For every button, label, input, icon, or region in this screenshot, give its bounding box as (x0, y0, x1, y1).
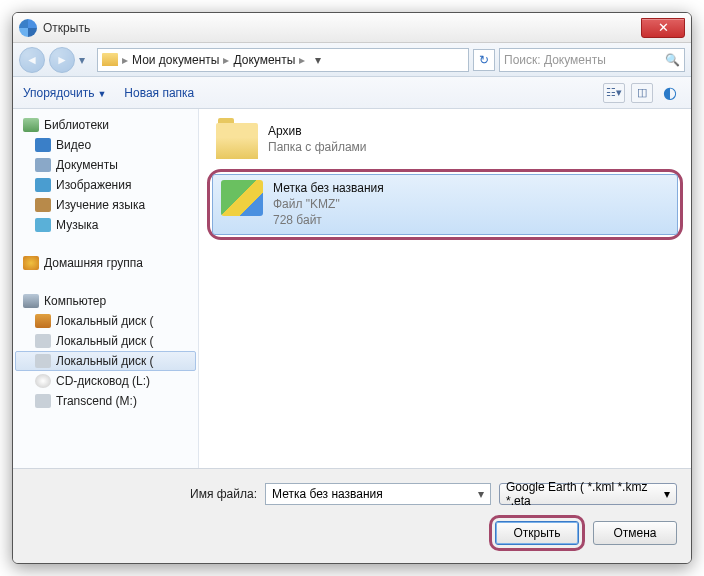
music-icon (35, 218, 51, 232)
folder-icon (35, 198, 51, 212)
open-button[interactable]: Открыть (495, 521, 579, 545)
view-mode-button[interactable]: ☷▾ (603, 83, 625, 103)
file-type: Файл "KMZ" (273, 196, 384, 212)
drive-icon (35, 334, 51, 348)
libraries-icon (23, 118, 39, 132)
nav-tree: Библиотеки Видео Документы Изображения И… (13, 109, 199, 468)
close-button[interactable]: ✕ (641, 18, 685, 38)
filter-label: Google Earth ( *.kml *.kmz *.eta (506, 480, 664, 508)
filename-value: Метка без названия (272, 487, 383, 501)
file-item-folder[interactable]: Архив Папка с файлами (207, 117, 683, 165)
chevron-right-icon: ▸ (299, 53, 305, 67)
chevron-down-icon[interactable]: ▾ (478, 487, 484, 501)
file-name: Архив (268, 123, 367, 139)
file-list: Архив Папка с файлами Метка без названия… (199, 109, 691, 468)
app-icon (19, 19, 37, 37)
refresh-button[interactable]: ↻ (473, 49, 495, 71)
filename-label: Имя файла: (27, 487, 257, 501)
tree-homegroup[interactable]: Домашняя группа (15, 253, 196, 273)
chevron-down-icon: ▾ (664, 487, 670, 501)
cancel-button[interactable]: Отмена (593, 521, 677, 545)
body-area: Библиотеки Видео Документы Изображения И… (13, 109, 691, 468)
bottom-pane: Имя файла: Метка без названия ▾ Google E… (13, 468, 691, 563)
images-icon (35, 178, 51, 192)
file-type-filter[interactable]: Google Earth ( *.kml *.kmz *.eta ▾ (499, 483, 677, 505)
drive-icon (35, 354, 51, 368)
computer-icon (23, 294, 39, 308)
new-folder-button[interactable]: Новая папка (124, 86, 194, 100)
tree-computer[interactable]: Компьютер (15, 291, 196, 311)
titlebar: Открыть ✕ (13, 13, 691, 43)
annotation-callout: Метка без названия Файл "KMZ" 728 байт (207, 169, 683, 240)
organize-button[interactable]: Упорядочить▼ (23, 86, 106, 100)
tree-study[interactable]: Изучение языка (15, 195, 196, 215)
tree-drive-c[interactable]: Локальный диск ( (15, 311, 196, 331)
tree-libraries[interactable]: Библиотеки (15, 115, 196, 135)
chevron-right-icon: ▸ (223, 53, 229, 67)
breadcrumb-level2[interactable]: Документы (233, 53, 295, 67)
toolbar: Упорядочить▼ Новая папка ☷▾ ◫ ◐ (13, 77, 691, 109)
address-dropdown[interactable]: ▾ (309, 53, 327, 67)
search-placeholder: Поиск: Документы (504, 53, 606, 67)
open-file-dialog: Открыть ✕ ◄ ► ▾ ▸ Мои документы ▸ Докуме… (12, 12, 692, 564)
search-input[interactable]: Поиск: Документы 🔍 (499, 48, 685, 72)
tree-drive-2[interactable]: Локальный диск ( (15, 351, 196, 371)
tree-music[interactable]: Музыка (15, 215, 196, 235)
folder-icon (216, 123, 258, 159)
file-item-kmz[interactable]: Метка без названия Файл "KMZ" 728 байт (212, 174, 678, 235)
nav-history-dropdown[interactable]: ▾ (79, 53, 93, 67)
file-type: Папка с файлами (268, 139, 367, 155)
file-size: 728 байт (273, 212, 384, 228)
window-title: Открыть (43, 21, 90, 35)
tree-transcend[interactable]: Transcend (M:) (15, 391, 196, 411)
homegroup-icon (23, 256, 39, 270)
chevron-right-icon: ▸ (122, 53, 128, 67)
tree-videos[interactable]: Видео (15, 135, 196, 155)
cd-icon (35, 374, 51, 388)
address-bar[interactable]: ▸ Мои документы ▸ Документы ▸ ▾ (97, 48, 469, 72)
tree-drive-1[interactable]: Локальный диск ( (15, 331, 196, 351)
kmz-file-icon (221, 180, 263, 216)
tree-images[interactable]: Изображения (15, 175, 196, 195)
file-name: Метка без названия (273, 180, 384, 196)
video-icon (35, 138, 51, 152)
search-icon: 🔍 (665, 53, 680, 67)
annotation-callout: Открыть (489, 515, 585, 551)
tree-cd-drive[interactable]: CD-дисковод (L:) (15, 371, 196, 391)
nav-bar: ◄ ► ▾ ▸ Мои документы ▸ Документы ▸ ▾ ↻ … (13, 43, 691, 77)
back-button[interactable]: ◄ (19, 47, 45, 73)
breadcrumb-level1[interactable]: Мои документы (132, 53, 219, 67)
folder-icon (102, 53, 118, 66)
preview-pane-button[interactable]: ◫ (631, 83, 653, 103)
documents-icon (35, 158, 51, 172)
drive-icon (35, 314, 51, 328)
tree-documents[interactable]: Документы (15, 155, 196, 175)
filename-input[interactable]: Метка без названия ▾ (265, 483, 491, 505)
forward-button[interactable]: ► (49, 47, 75, 73)
help-icon[interactable]: ◐ (659, 83, 681, 103)
drive-icon (35, 394, 51, 408)
